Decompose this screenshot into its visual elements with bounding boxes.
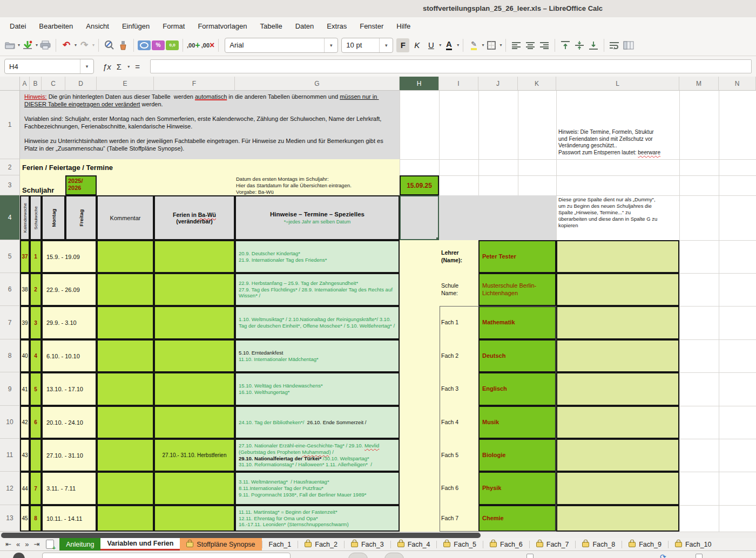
cell-dummy-column[interactable]: [556, 406, 679, 439]
row-header-8[interactable]: 8: [0, 339, 20, 372]
font-name-dropdown[interactable]: ▾: [324, 38, 338, 52]
cell-kommentar[interactable]: [97, 406, 154, 439]
cell-L1-protection-note[interactable]: Hinweis: Die Termine, Formeln, Struktur …: [556, 91, 679, 159]
cell-schulwoche[interactable]: 6: [30, 406, 42, 439]
cell-week-dates[interactable]: 6.10. - 10.10: [42, 339, 97, 372]
underline-dropdown[interactable]: ▾: [439, 43, 441, 47]
menu-item-daten[interactable]: Daten: [290, 20, 320, 32]
row-header-9[interactable]: 9: [0, 372, 20, 406]
column-header-C[interactable]: C: [42, 77, 65, 91]
column-header-A[interactable]: A: [20, 77, 30, 91]
scrollbar-thumb[interactable]: [1, 533, 481, 538]
format-percent-icon[interactable]: %: [152, 38, 165, 52]
sheet-tab-fach-8[interactable]: Fach_8: [576, 538, 622, 550]
cell-week-dates[interactable]: 15.9. - 19.09: [42, 240, 97, 273]
cell-dummy-column[interactable]: [556, 472, 679, 505]
cell-week-dates[interactable]: 27.10. - 31.10: [42, 439, 97, 472]
column-header-E[interactable]: E: [97, 77, 154, 91]
sheet-tab-fach-6[interactable]: Fach_6: [483, 538, 529, 550]
column-header-F[interactable]: F: [154, 77, 235, 91]
menu-item-datei[interactable]: Datei: [4, 20, 31, 32]
row-header-6[interactable]: 6: [0, 273, 20, 306]
find-option-checkbox[interactable]: [696, 554, 703, 558]
column-header-I[interactable]: I: [439, 77, 478, 91]
redo-dropdown[interactable]: ▾: [92, 43, 94, 47]
info-value[interactable]: Peter Tester: [478, 240, 556, 273]
column-header-B[interactable]: B: [30, 77, 42, 91]
save-icon[interactable]: [21, 38, 34, 52]
row-header-2[interactable]: 2: [0, 159, 20, 175]
sheet-tab-variablen-und-ferien[interactable]: Variablen und Ferien: [100, 538, 180, 550]
header-hinweise[interactable]: Hinweise – Termine – Spezielles*=jedes J…: [235, 195, 400, 240]
info-label[interactable]: Schule Name:: [441, 273, 477, 306]
column-header-J[interactable]: J: [478, 77, 518, 91]
equals-icon[interactable]: =: [135, 62, 140, 71]
cell-D3-schuljahr[interactable]: 2025/ 2026: [65, 175, 97, 195]
align-middle-icon[interactable]: [573, 38, 586, 52]
clone-formatting-icon[interactable]: [117, 38, 130, 52]
cell-dummy-column[interactable]: [556, 505, 679, 532]
previous-sheet-icon[interactable]: «: [16, 540, 20, 548]
cell-hinweise[interactable]: 22.9. Herbstanfang – 25.9. Tag der Zahng…: [235, 273, 400, 306]
borders-button[interactable]: [485, 38, 498, 52]
column-header-D[interactable]: D: [65, 77, 97, 91]
header-ferien[interactable]: Ferien in Ba-Wü (veränderbar): [154, 195, 235, 240]
cell-G3-start-note[interactable]: Datum des ersten Montags im Schuljahr: H…: [236, 176, 398, 195]
cell-kalenderwoche[interactable]: 40: [20, 339, 30, 372]
cell-schulwoche[interactable]: 2: [30, 273, 42, 306]
cell-week-dates[interactable]: 10.11. - 14.11: [42, 505, 97, 532]
cell-kalenderwoche[interactable]: 44: [20, 472, 30, 505]
header-kalenderwoche[interactable]: Kalenderwoche: [20, 195, 30, 240]
sheet-tab-anleitung[interactable]: Anleitung: [59, 538, 100, 550]
format-currency-icon[interactable]: [138, 38, 151, 52]
cell-hinweise[interactable]: 27.10. Nationaler Erzähl-eine-Geschichte…: [235, 439, 400, 472]
row-header-13[interactable]: 13: [0, 505, 20, 532]
row-header-1[interactable]: 1: [0, 91, 20, 159]
cell-week-dates[interactable]: 13.10. - 17.10: [42, 372, 97, 406]
sheet-tab-fach-4[interactable]: Fach_4: [391, 538, 437, 550]
delete-decimal-icon[interactable]: ,00×: [201, 38, 215, 52]
font-size-select[interactable]: 10 pt▾: [341, 38, 393, 53]
menu-item-tabelle[interactable]: Tabelle: [254, 20, 287, 32]
cell-kalenderwoche[interactable]: 41: [20, 372, 30, 406]
cell-kommentar[interactable]: [97, 505, 154, 532]
align-left-icon[interactable]: [510, 38, 523, 52]
align-center-icon[interactable]: [524, 38, 537, 52]
highlight-dropdown[interactable]: ▾: [482, 43, 484, 47]
next-sheet-icon[interactable]: »: [25, 540, 29, 548]
header-kommentar[interactable]: Kommentar: [97, 195, 154, 240]
cell-dummy-column[interactable]: [556, 439, 679, 472]
cell-dummy-column[interactable]: [556, 372, 679, 406]
cell-ferien[interactable]: [154, 472, 235, 505]
find-match-case-checkbox[interactable]: [526, 554, 534, 558]
cell-kommentar[interactable]: [97, 273, 154, 306]
bold-button[interactable]: F: [396, 38, 409, 52]
cell-kommentar[interactable]: [97, 439, 154, 472]
sheet-tab-fach-7[interactable]: Fach_7: [530, 538, 576, 550]
cell-dummy-column[interactable]: [556, 306, 679, 339]
add-sheet-icon[interactable]: [46, 540, 54, 549]
column-header-L[interactable]: L: [556, 77, 679, 91]
cell-ferien[interactable]: [154, 372, 235, 406]
cell-schulwoche[interactable]: 5: [30, 372, 42, 406]
cell-ferien[interactable]: [154, 240, 235, 273]
row-header-5[interactable]: 5: [0, 240, 20, 273]
highlight-color-button[interactable]: ✎: [467, 38, 480, 52]
font-color-dropdown[interactable]: ▾: [457, 43, 459, 47]
underline-button[interactable]: U: [424, 38, 437, 52]
find-replace-icon[interactable]: [103, 38, 116, 52]
column-header-M[interactable]: M: [679, 77, 719, 91]
cell-schulwoche[interactable]: 3: [30, 306, 42, 339]
cell-kalenderwoche[interactable]: 39: [20, 306, 30, 339]
column-header-N[interactable]: N: [719, 77, 756, 91]
cell-hinweise[interactable]: 1.10. Weltmusiktag* / 2.10.Nationaltag d…: [235, 306, 400, 339]
cell-hinweise[interactable]: 20.9. Deutscher Kindertag* 21.9. Interna…: [235, 240, 400, 273]
sheet-tab-stoffpl-ne-synopse[interactable]: Stoffpläne Synopse: [180, 538, 261, 550]
column-header-K[interactable]: K: [518, 77, 556, 91]
cell-hinweise[interactable]: 3.11. Weltmännertag* / Hausfrauentag* 8.…: [235, 472, 400, 505]
undo-icon[interactable]: ↶: [60, 38, 73, 52]
cell-kalenderwoche[interactable]: 37: [20, 240, 30, 273]
menu-item-formatvorlagen[interactable]: Formatvorlagen: [192, 20, 252, 32]
find-close-button[interactable]: [13, 553, 25, 558]
font-name-select[interactable]: Arial▾: [225, 38, 338, 53]
